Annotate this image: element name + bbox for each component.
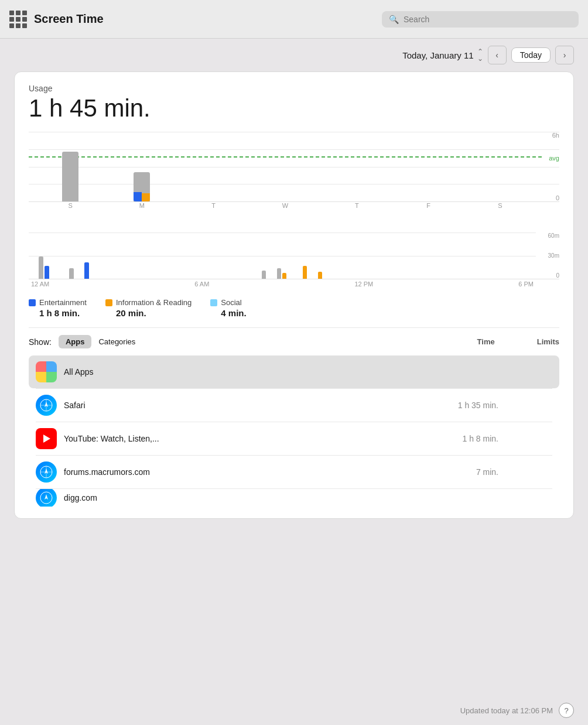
legend: Entertainment 1 h 8 min. Information & R… — [29, 298, 559, 328]
legend-info-reading: Information & Reading 20 min. — [105, 298, 192, 318]
hourly-chart: 60m 30m 0 — [29, 232, 559, 291]
day-bar-S — [62, 152, 78, 201]
macrumors-icon — [36, 461, 57, 483]
macrumors-row[interactable]: forums.macrumors.com 7 min. — [29, 456, 559, 488]
entertainment-dot — [29, 299, 36, 306]
avg-label: avg — [549, 155, 559, 162]
safari-time: 1 h 35 min. — [428, 401, 498, 410]
weekly-bars — [29, 132, 542, 201]
svg-marker-9 — [45, 494, 48, 500]
weekly-x-labels: S M T W T F S — [29, 202, 542, 209]
app-list: All Apps Safari 1 h 35 min. — [29, 355, 559, 507]
digg-icon — [36, 489, 57, 507]
youtube-time: 1 h 8 min. — [428, 434, 498, 443]
hourly-x-6am: 6 AM — [194, 281, 209, 288]
show-label: Show: — [29, 337, 52, 347]
info-reading-label: Information & Reading — [116, 298, 192, 307]
digg-row[interactable]: digg.com — [29, 489, 559, 507]
youtube-row[interactable]: YouTube: Watch, Listen,... 1 h 8 min. — [29, 422, 559, 455]
show-bar: Show: Apps Categories Time Limits — [29, 328, 559, 353]
date-label: Today, January 11 — [402, 50, 473, 60]
header-left: Screen Time — [9, 11, 382, 28]
day-bar-M — [134, 172, 150, 201]
x-label-t2: T — [348, 202, 365, 209]
date-display: Today, January 11 ⌃⌄ — [402, 48, 483, 62]
info-reading-dot — [105, 299, 112, 306]
safari-icon — [36, 395, 57, 416]
search-icon: 🔍 — [389, 15, 399, 24]
main-content: Usage 1 h 45 min. avg 6h 0 — [0, 71, 588, 696]
next-day-button[interactable]: › — [555, 46, 574, 64]
hourly-y-60: 60m — [548, 232, 559, 239]
x-label-f: F — [421, 202, 437, 209]
search-bar[interactable]: 🔍 — [382, 11, 579, 28]
date-nav: Today, January 11 ⌃⌄ ‹ Today › — [0, 39, 588, 71]
header: Screen Time 🔍 — [0, 0, 588, 39]
hourly-chart-area: 60m 30m 0 — [29, 232, 559, 279]
hourly-y-30: 30m — [548, 252, 559, 259]
youtube-icon — [36, 428, 57, 449]
x-label-s1: S — [62, 202, 78, 209]
time-column-header: Time — [477, 337, 495, 346]
weekly-chart: avg 6h 0 — [29, 132, 559, 225]
entertainment-time: 1 h 8 min. — [29, 308, 87, 318]
hourly-y-0: 0 — [556, 272, 559, 279]
hourly-x-12pm: 12 PM — [354, 281, 373, 288]
hourly-x-labels: 12 AM 6 AM 12 PM 6 PM — [29, 281, 536, 288]
help-button[interactable]: ? — [559, 703, 574, 718]
x-label-w: W — [277, 202, 293, 209]
usage-total-time: 1 h 45 min. — [29, 94, 559, 122]
macrumors-name: forums.macrumors.com — [64, 467, 421, 477]
grid-icon[interactable] — [9, 11, 27, 28]
social-label: Social — [221, 298, 241, 307]
legend-social: Social 4 min. — [210, 298, 246, 318]
safari-row[interactable]: Safari 1 h 35 min. — [29, 389, 559, 422]
info-reading-time: 20 min. — [105, 308, 192, 318]
limits-column-header: Limits — [537, 337, 559, 346]
usage-card: Usage 1 h 45 min. avg 6h 0 — [14, 71, 574, 519]
legend-entertainment: Entertainment 1 h 8 min. — [29, 298, 87, 318]
hourly-x-6pm: 6 PM — [518, 281, 534, 288]
footer: Updated today at 12:06 PM ? — [0, 696, 588, 725]
prev-day-button[interactable]: ‹ — [488, 46, 507, 64]
all-apps-row[interactable]: All Apps — [29, 355, 559, 388]
categories-button[interactable]: Categories — [98, 335, 135, 348]
search-input[interactable] — [404, 15, 572, 24]
hourly-x-12am: 12 AM — [31, 281, 49, 288]
date-picker-arrows[interactable]: ⌃⌄ — [477, 48, 483, 62]
all-apps-name: All Apps — [64, 367, 421, 377]
safari-name: Safari — [64, 401, 421, 410]
app-title: Screen Time — [34, 12, 104, 26]
social-dot — [210, 299, 217, 306]
hourly-y-labels: 60m 30m 0 — [548, 232, 559, 279]
x-label-s2: S — [492, 202, 508, 209]
usage-label: Usage — [29, 84, 559, 93]
digg-name: digg.com — [64, 493, 475, 502]
x-label-t1: T — [206, 202, 222, 209]
apps-button[interactable]: Apps — [59, 335, 92, 348]
all-apps-icon — [36, 361, 57, 382]
weekly-chart-area: avg 6h 0 — [29, 132, 559, 202]
updated-text: Updated today at 12:06 PM — [460, 706, 553, 715]
y-label-bottom: 0 — [556, 194, 559, 201]
x-label-m: M — [134, 202, 150, 209]
social-time: 4 min. — [210, 308, 246, 318]
y-label-top: 6h — [552, 132, 559, 139]
entertainment-label: Entertainment — [39, 298, 87, 307]
today-button[interactable]: Today — [511, 47, 551, 63]
youtube-name: YouTube: Watch, Listen,... — [64, 434, 421, 443]
macrumors-time: 7 min. — [428, 467, 498, 477]
